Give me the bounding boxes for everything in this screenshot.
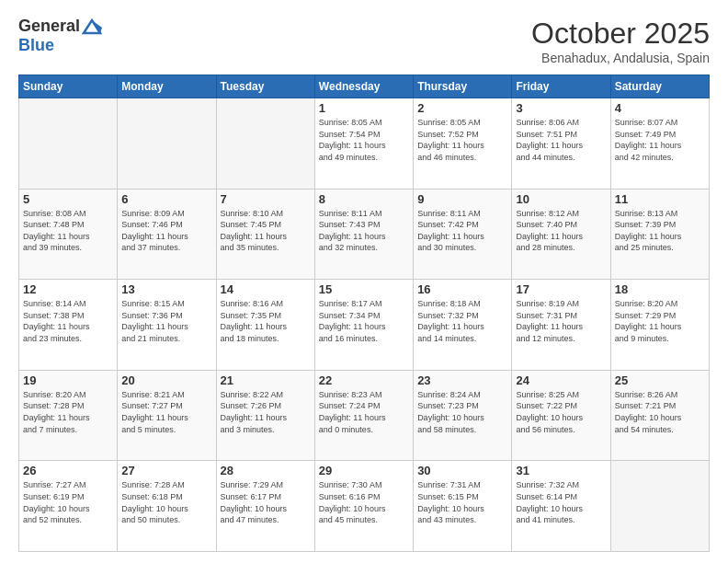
logo-icon [82, 17, 102, 37]
day-number: 5 [23, 192, 113, 206]
day-info: Sunrise: 8:12 AM Sunset: 7:40 PM Dayligh… [516, 208, 606, 254]
calendar-day-28: 28Sunrise: 7:29 AM Sunset: 6:17 PM Dayli… [216, 461, 314, 552]
day-number: 18 [615, 282, 705, 296]
calendar-day-3: 3Sunrise: 8:06 AM Sunset: 7:51 PM Daylig… [512, 98, 610, 190]
day-info: Sunrise: 8:25 AM Sunset: 7:22 PM Dayligh… [516, 389, 606, 435]
day-number: 12 [23, 282, 113, 296]
day-info: Sunrise: 8:18 AM Sunset: 7:32 PM Dayligh… [417, 298, 507, 344]
calendar-day-5: 5Sunrise: 8:08 AM Sunset: 7:48 PM Daylig… [19, 189, 118, 280]
calendar-day-26: 26Sunrise: 7:27 AM Sunset: 6:19 PM Dayli… [19, 461, 118, 552]
calendar-day-20: 20Sunrise: 8:21 AM Sunset: 7:27 PM Dayli… [118, 370, 216, 461]
day-number: 31 [516, 464, 606, 477]
calendar-day-9: 9Sunrise: 8:11 AM Sunset: 7:42 PM Daylig… [414, 189, 512, 280]
calendar-empty [216, 98, 314, 190]
day-number: 22 [319, 373, 409, 387]
calendar-day-27: 27Sunrise: 7:28 AM Sunset: 6:18 PM Dayli… [118, 461, 216, 552]
day-number: 23 [417, 373, 507, 387]
day-number: 19 [23, 373, 113, 387]
weekday-header-saturday: Saturday [610, 75, 709, 98]
day-number: 10 [516, 192, 606, 206]
calendar-week-row: 19Sunrise: 8:20 AM Sunset: 7:28 PM Dayli… [19, 370, 710, 461]
day-info: Sunrise: 8:11 AM Sunset: 7:43 PM Dayligh… [319, 208, 409, 254]
day-number: 14 [221, 282, 311, 296]
day-info: Sunrise: 8:21 AM Sunset: 7:27 PM Dayligh… [121, 389, 211, 435]
day-info: Sunrise: 7:31 AM Sunset: 6:15 PM Dayligh… [417, 479, 507, 525]
calendar-day-1: 1Sunrise: 8:05 AM Sunset: 7:54 PM Daylig… [314, 98, 413, 190]
day-number: 17 [516, 282, 606, 296]
day-info: Sunrise: 8:10 AM Sunset: 7:45 PM Dayligh… [221, 208, 311, 254]
day-number: 28 [221, 464, 311, 477]
calendar-day-13: 13Sunrise: 8:15 AM Sunset: 7:36 PM Dayli… [118, 280, 216, 371]
calendar-day-29: 29Sunrise: 7:30 AM Sunset: 6:16 PM Dayli… [314, 461, 413, 552]
logo-general: General [18, 17, 80, 36]
day-number: 3 [516, 101, 606, 115]
calendar-day-23: 23Sunrise: 8:24 AM Sunset: 7:23 PM Dayli… [414, 370, 512, 461]
calendar-day-19: 19Sunrise: 8:20 AM Sunset: 7:28 PM Dayli… [19, 370, 118, 461]
day-number: 4 [615, 101, 705, 115]
day-number: 27 [121, 464, 211, 477]
day-number: 8 [319, 192, 409, 206]
weekday-header-sunday: Sunday [19, 75, 118, 98]
day-info: Sunrise: 8:19 AM Sunset: 7:31 PM Dayligh… [516, 298, 606, 344]
day-number: 20 [121, 373, 211, 387]
day-number: 9 [417, 192, 507, 206]
weekday-header-tuesday: Tuesday [216, 75, 314, 98]
calendar-day-15: 15Sunrise: 8:17 AM Sunset: 7:34 PM Dayli… [314, 280, 413, 371]
calendar-week-row: 26Sunrise: 7:27 AM Sunset: 6:19 PM Dayli… [19, 461, 710, 552]
day-info: Sunrise: 7:29 AM Sunset: 6:17 PM Dayligh… [221, 479, 311, 525]
day-info: Sunrise: 8:15 AM Sunset: 7:36 PM Dayligh… [121, 298, 211, 344]
weekday-header-thursday: Thursday [414, 75, 512, 98]
day-info: Sunrise: 8:11 AM Sunset: 7:42 PM Dayligh… [417, 208, 507, 254]
day-info: Sunrise: 7:30 AM Sunset: 6:16 PM Dayligh… [319, 479, 409, 525]
day-number: 11 [615, 192, 705, 206]
day-info: Sunrise: 8:05 AM Sunset: 7:54 PM Dayligh… [319, 117, 409, 163]
day-info: Sunrise: 8:20 AM Sunset: 7:29 PM Dayligh… [615, 298, 705, 344]
calendar-day-16: 16Sunrise: 8:18 AM Sunset: 7:32 PM Dayli… [414, 280, 512, 371]
day-info: Sunrise: 8:17 AM Sunset: 7:34 PM Dayligh… [319, 298, 409, 344]
calendar-day-10: 10Sunrise: 8:12 AM Sunset: 7:40 PM Dayli… [512, 189, 610, 280]
logo-blue: Blue [18, 37, 54, 55]
day-number: 6 [121, 192, 211, 206]
day-number: 15 [319, 282, 409, 296]
calendar-week-row: 12Sunrise: 8:14 AM Sunset: 7:38 PM Dayli… [19, 280, 710, 371]
day-info: Sunrise: 7:28 AM Sunset: 6:18 PM Dayligh… [121, 479, 211, 525]
weekday-header-wednesday: Wednesday [314, 75, 413, 98]
calendar-table: SundayMondayTuesdayWednesdayThursdayFrid… [18, 75, 710, 552]
day-number: 2 [417, 101, 507, 115]
weekday-header-row: SundayMondayTuesdayWednesdayThursdayFrid… [19, 75, 710, 98]
calendar-day-6: 6Sunrise: 8:09 AM Sunset: 7:46 PM Daylig… [118, 189, 216, 280]
calendar-day-30: 30Sunrise: 7:31 AM Sunset: 6:15 PM Dayli… [414, 461, 512, 552]
calendar-day-14: 14Sunrise: 8:16 AM Sunset: 7:35 PM Dayli… [216, 280, 314, 371]
day-number: 30 [417, 464, 507, 477]
day-number: 26 [23, 464, 113, 477]
header: General Blue October 2025 Benahadux, And… [18, 17, 710, 65]
day-info: Sunrise: 7:32 AM Sunset: 6:14 PM Dayligh… [516, 479, 606, 525]
day-info: Sunrise: 8:14 AM Sunset: 7:38 PM Dayligh… [23, 298, 113, 344]
day-info: Sunrise: 8:09 AM Sunset: 7:46 PM Dayligh… [121, 208, 211, 254]
day-info: Sunrise: 8:23 AM Sunset: 7:24 PM Dayligh… [319, 389, 409, 435]
day-number: 24 [516, 373, 606, 387]
calendar-day-18: 18Sunrise: 8:20 AM Sunset: 7:29 PM Dayli… [610, 280, 709, 371]
day-info: Sunrise: 8:13 AM Sunset: 7:39 PM Dayligh… [615, 208, 705, 254]
title-area: October 2025 Benahadux, Andalusia, Spain [531, 17, 710, 65]
calendar-week-row: 5Sunrise: 8:08 AM Sunset: 7:48 PM Daylig… [19, 189, 710, 280]
title-month: October 2025 [531, 17, 710, 51]
calendar-empty [118, 98, 216, 190]
day-number: 25 [615, 373, 705, 387]
day-info: Sunrise: 8:24 AM Sunset: 7:23 PM Dayligh… [417, 389, 507, 435]
calendar-week-row: 1Sunrise: 8:05 AM Sunset: 7:54 PM Daylig… [19, 98, 710, 190]
svg-marker-1 [92, 20, 102, 33]
calendar-day-22: 22Sunrise: 8:23 AM Sunset: 7:24 PM Dayli… [314, 370, 413, 461]
day-number: 29 [319, 464, 409, 477]
day-info: Sunrise: 8:22 AM Sunset: 7:26 PM Dayligh… [221, 389, 311, 435]
calendar-day-11: 11Sunrise: 8:13 AM Sunset: 7:39 PM Dayli… [610, 189, 709, 280]
weekday-header-friday: Friday [512, 75, 610, 98]
calendar-day-12: 12Sunrise: 8:14 AM Sunset: 7:38 PM Dayli… [19, 280, 118, 371]
page: General Blue October 2025 Benahadux, And… [0, 0, 728, 563]
calendar-day-25: 25Sunrise: 8:26 AM Sunset: 7:21 PM Dayli… [610, 370, 709, 461]
calendar-day-2: 2Sunrise: 8:05 AM Sunset: 7:52 PM Daylig… [414, 98, 512, 190]
calendar-empty [610, 461, 709, 552]
day-number: 1 [319, 101, 409, 115]
calendar-empty [19, 98, 118, 190]
day-info: Sunrise: 8:05 AM Sunset: 7:52 PM Dayligh… [417, 117, 507, 163]
